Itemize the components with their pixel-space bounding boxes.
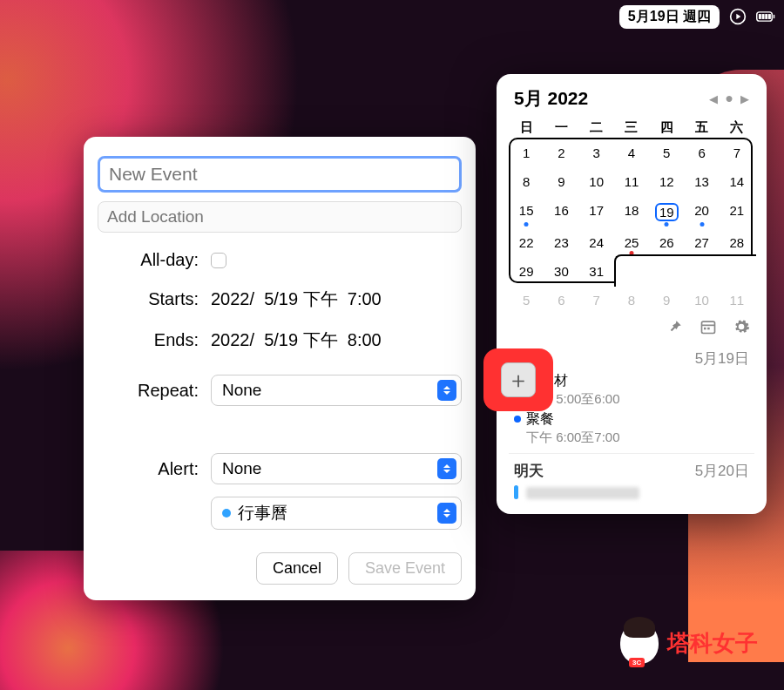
calendar-day[interactable]: 26: [649, 229, 684, 258]
today-dot-button[interactable]: ●: [725, 91, 733, 106]
calendar-day[interactable]: 17: [579, 197, 614, 229]
calendar-select[interactable]: 行事曆: [211, 497, 462, 530]
stepper-icon: [437, 380, 456, 401]
repeat-label: Repeat:: [98, 381, 211, 401]
event-item[interactable]: [509, 483, 754, 504]
tomorrow-label: 明天: [514, 461, 544, 481]
weekday-header: 六: [720, 116, 754, 139]
allday-checkbox[interactable]: [211, 253, 226, 268]
calendar-value: 行事曆: [238, 502, 287, 524]
calendar-day[interactable]: 25: [614, 229, 649, 258]
event-item[interactable]: 聚餐下午 6:00至7:00: [509, 409, 754, 447]
weekday-header: 三: [614, 116, 649, 139]
weekday-header: 日: [509, 116, 544, 139]
calendar-dot-icon: [222, 509, 231, 518]
calendar-grid: 日一二三四五六123456789101112131415161718192021…: [509, 116, 754, 315]
calendar-day[interactable]: 11: [614, 168, 649, 197]
add-event-button[interactable]: ＋: [501, 362, 536, 397]
calendar-day[interactable]: 13: [684, 168, 719, 197]
calendar-day[interactable]: 16: [544, 197, 578, 229]
calendar-day[interactable]: 12: [649, 168, 684, 197]
calendar-day[interactable]: 21: [720, 197, 754, 229]
battery-icon[interactable]: [756, 7, 775, 26]
brand-text: 塔科女子: [667, 628, 758, 659]
calendar-day[interactable]: 1: [509, 139, 544, 168]
calendar-icon[interactable]: [699, 317, 718, 336]
pin-icon[interactable]: [666, 317, 685, 336]
repeat-value: None: [222, 381, 261, 400]
calendar-day[interactable]: 20: [684, 197, 719, 229]
calendar-day[interactable]: 6: [684, 139, 719, 168]
ends-label: Ends:: [98, 330, 211, 350]
calendar-day[interactable]: 14: [720, 168, 754, 197]
weekday-header: 四: [649, 116, 684, 139]
calendar-day[interactable]: 9: [544, 168, 578, 197]
calendar-day[interactable]: 5: [649, 139, 684, 168]
redacted-event: [526, 487, 639, 499]
starts-value[interactable]: 2022/ 5/19 下午 7:00: [211, 288, 462, 311]
calendar-day[interactable]: 10: [579, 168, 614, 197]
weekday-header: 二: [579, 116, 614, 139]
calendar-day[interactable]: 29: [509, 258, 544, 287]
calendar-day[interactable]: 8: [509, 168, 544, 197]
allday-label: All-day:: [98, 250, 211, 270]
brand-watermark: 塔科女子: [620, 622, 758, 664]
calendar-day[interactable]: 4: [720, 258, 754, 287]
calendar-day[interactable]: 4: [614, 139, 649, 168]
alert-label: Alert:: [98, 459, 211, 479]
add-event-highlight: ＋: [483, 348, 553, 411]
alert-value: None: [222, 459, 261, 478]
calendar-day[interactable]: 9: [649, 287, 684, 315]
next-month-button[interactable]: ▶: [740, 92, 749, 105]
svg-rect-9: [704, 328, 706, 330]
svg-rect-5: [765, 14, 767, 19]
starts-label: Starts:: [98, 289, 211, 309]
calendar-day[interactable]: 28: [720, 229, 754, 258]
calendar-month-title: 5月 2022: [514, 86, 588, 111]
calendar-day[interactable]: 19: [649, 197, 684, 229]
calendar-day[interactable]: 27: [684, 229, 719, 258]
menubar: 5月19日 週四: [619, 4, 775, 29]
calendar-day[interactable]: 10: [684, 287, 719, 315]
brand-avatar-icon: [620, 622, 659, 664]
plus-icon: ＋: [507, 365, 530, 396]
weekday-header: 五: [684, 116, 719, 139]
menubar-date[interactable]: 5月19日 週四: [619, 5, 720, 29]
event-location-input[interactable]: [98, 201, 462, 233]
calendar-day[interactable]: 15: [509, 197, 544, 229]
calendar-day[interactable]: 23: [544, 229, 578, 258]
event-title-input[interactable]: [98, 156, 462, 193]
stepper-icon: [437, 458, 456, 479]
prev-month-button[interactable]: ◀: [709, 92, 718, 105]
calendar-day[interactable]: 11: [720, 287, 754, 315]
calendar-day[interactable]: 7: [720, 139, 754, 168]
alert-select[interactable]: None: [211, 453, 462, 484]
calendar-day[interactable]: 2: [544, 139, 578, 168]
calendar-day[interactable]: 30: [544, 258, 578, 287]
calendar-day[interactable]: 3: [684, 258, 719, 287]
ends-value[interactable]: 2022/ 5/19 下午 8:00: [211, 328, 462, 352]
svg-rect-3: [759, 14, 761, 19]
calendar-day[interactable]: 2: [649, 258, 684, 287]
calendar-day[interactable]: 6: [544, 287, 578, 315]
cancel-button[interactable]: Cancel: [256, 552, 338, 585]
calendar-day[interactable]: 5: [509, 287, 544, 315]
tomorrow-date: 5月20日: [695, 461, 749, 481]
calendar-day[interactable]: 18: [614, 197, 649, 229]
calendar-day[interactable]: 8: [614, 287, 649, 315]
svg-rect-4: [762, 14, 765, 19]
calendar-day[interactable]: 1: [614, 258, 649, 287]
calendar-day[interactable]: 3: [579, 139, 614, 168]
new-event-dialog: All-day: Starts: 2022/ 5/19 下午 7:00 Ends…: [84, 137, 476, 600]
calendar-day[interactable]: 31: [579, 258, 614, 287]
svg-rect-7: [702, 321, 715, 333]
svg-rect-6: [768, 14, 771, 19]
today-date: 5月19日: [695, 348, 749, 369]
save-event-button[interactable]: Save Event: [348, 552, 462, 585]
gear-icon[interactable]: [732, 317, 751, 336]
play-icon[interactable]: [728, 7, 747, 26]
calendar-day[interactable]: 22: [509, 229, 544, 258]
calendar-day[interactable]: 24: [579, 229, 614, 258]
repeat-select[interactable]: None: [211, 375, 462, 406]
calendar-day[interactable]: 7: [579, 287, 614, 315]
